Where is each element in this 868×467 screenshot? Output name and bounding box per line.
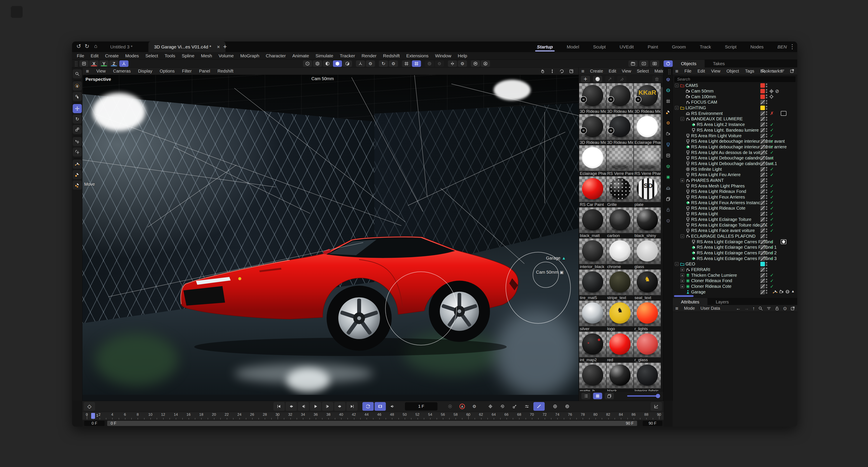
trash-button[interactable] xyxy=(652,76,661,82)
document-tab-active[interactable]: 3D Garage Vi...es V01.c4d * × xyxy=(148,41,225,52)
orbit-icon[interactable] xyxy=(559,68,565,75)
layer-swatch[interactable] xyxy=(761,206,765,210)
visibility-dots[interactable] xyxy=(766,229,768,233)
layer-swatch[interactable] xyxy=(761,256,765,261)
viewport-menu-panel[interactable]: Panel xyxy=(199,69,210,74)
enabled-check-icon[interactable]: ✓ xyxy=(769,172,775,177)
layer-swatch[interactable] xyxy=(761,211,765,216)
visibility-dots[interactable] xyxy=(766,268,768,272)
layer-swatch[interactable] xyxy=(761,83,765,88)
visibility-dots[interactable] xyxy=(766,279,768,283)
grid-icon[interactable] xyxy=(402,60,411,67)
object-row[interactable]: RS Area Rim Light Voiture✓ xyxy=(673,133,797,139)
material-item[interactable]: stripe_text xyxy=(607,269,633,300)
expand-icon[interactable]: + xyxy=(681,179,684,182)
expand-icon[interactable]: + xyxy=(681,273,684,277)
visibility-dots[interactable] xyxy=(766,262,768,266)
enabled-check-icon[interactable]: ✓ xyxy=(769,256,775,261)
material-item[interactable]: red xyxy=(607,332,633,362)
object-row[interactable]: -CAMS xyxy=(673,83,797,88)
object-row[interactable]: Garage▲ xyxy=(673,289,797,295)
layout-tab-groom[interactable]: Groom xyxy=(671,44,687,50)
gear-icon[interactable]: ⚙ xyxy=(458,60,467,67)
material-item[interactable]: ≈3D Rideau Michae xyxy=(607,83,633,114)
scale-tool[interactable] xyxy=(73,125,82,134)
tag-thumbnail[interactable] xyxy=(781,111,786,116)
object-row[interactable]: RS Environment✗ xyxy=(673,111,797,116)
enabled-check-icon[interactable]: ✓ xyxy=(769,122,775,127)
rotate-icon[interactable]: ↻ xyxy=(379,60,388,67)
menu-volume[interactable]: Volume xyxy=(219,53,234,58)
layer-swatch[interactable] xyxy=(761,150,765,155)
rotate-tool[interactable]: ↻ xyxy=(73,114,82,124)
collapse-icon[interactable]: - xyxy=(681,117,684,121)
layer-swatch[interactable] xyxy=(761,267,765,272)
menu-edit[interactable]: Edit xyxy=(91,53,98,58)
palette-drag-handle[interactable] xyxy=(668,69,671,75)
material-item[interactable]: carbon xyxy=(607,207,633,238)
play-button[interactable] xyxy=(310,402,321,411)
layout-tab-startup[interactable]: Startup xyxy=(536,44,554,50)
collapse-icon[interactable]: - xyxy=(675,106,679,110)
current-frame-marker[interactable] xyxy=(91,413,95,419)
object-row[interactable]: RS Area Light Eclairage Carres Plafond✓ xyxy=(673,239,797,244)
viewport-menu-filter[interactable]: Filter xyxy=(182,69,192,74)
rec-button[interactable] xyxy=(444,402,456,411)
attr-tab-attributes[interactable]: Attributes xyxy=(673,298,707,306)
material-menu-icon[interactable]: ≡ xyxy=(581,68,584,74)
layer-swatch[interactable] xyxy=(761,189,765,194)
layer-swatch[interactable] xyxy=(761,162,765,166)
rings-icon[interactable] xyxy=(425,60,434,67)
upright-button[interactable]: ↗ xyxy=(605,76,614,82)
panel-palette-icon[interactable] xyxy=(665,152,672,159)
layer-swatch[interactable] xyxy=(761,106,765,110)
attr-menu-mode[interactable]: Mode xyxy=(684,306,695,311)
dolly-icon[interactable] xyxy=(549,68,556,75)
visibility-dots[interactable] xyxy=(766,184,768,188)
layer-swatch[interactable] xyxy=(761,284,765,289)
pen-arc-tag-icon[interactable] xyxy=(773,289,778,295)
layer-swatch[interactable] xyxy=(761,111,765,116)
panel-icon[interactable] xyxy=(80,60,89,67)
disabled-cross-icon[interactable]: ✗ xyxy=(769,111,775,116)
enabled-check-icon[interactable]: ✓ xyxy=(769,284,775,289)
camera-palette-icon[interactable] xyxy=(665,130,672,137)
visibility-dots[interactable] xyxy=(766,195,768,199)
menu-redshift[interactable]: Redshift xyxy=(383,53,400,58)
circ-target-button[interactable] xyxy=(550,402,561,411)
material-item[interactable]: r_lights xyxy=(634,301,661,331)
axis-lock-y[interactable]: Y xyxy=(99,60,108,67)
material-item[interactable]: ISDplate xyxy=(634,176,661,207)
material-item[interactable]: Grille xyxy=(607,176,633,207)
visibility-dots[interactable] xyxy=(766,134,768,138)
menu-character[interactable]: Character xyxy=(266,53,286,58)
enabled-check-icon[interactable]: ✓ xyxy=(769,200,775,205)
material-item[interactable]: chrome xyxy=(607,238,633,269)
search-tool[interactable] xyxy=(73,69,82,79)
object-row[interactable]: Cam 50mm⊘ xyxy=(673,88,797,94)
menu-tools[interactable]: Tools xyxy=(164,53,175,58)
gridview-view-button[interactable] xyxy=(593,393,602,399)
lock-icon[interactable] xyxy=(775,306,779,311)
visibility-dots[interactable] xyxy=(766,251,768,255)
enabled-check-icon[interactable]: ✓ xyxy=(769,144,775,149)
object-row[interactable]: RS Area Light Eclairage Carres Plafond 2… xyxy=(673,250,797,256)
material-menu-edit[interactable]: Edit xyxy=(609,69,616,74)
material-item[interactable]: interior_black xyxy=(579,238,606,269)
layout-tab-script[interactable]: Script xyxy=(724,44,737,50)
object-row[interactable]: RS Area Light Feux Arrieres✓ xyxy=(673,195,797,200)
audio-button[interactable] xyxy=(387,402,398,411)
redo-icon[interactable]: ↻ xyxy=(83,43,91,50)
object-row[interactable]: +FERRARI xyxy=(673,267,797,272)
object-row[interactable]: +PHARES AVANT xyxy=(673,178,797,183)
attr-tab-layers[interactable]: Layers xyxy=(707,298,737,306)
object-row[interactable]: RS Area Light Debouchage calandre avant.… xyxy=(673,161,797,167)
live-select-tool[interactable] xyxy=(73,82,82,91)
material-item[interactable]: int_map2 xyxy=(579,332,606,362)
visibility-dots[interactable] xyxy=(766,145,768,149)
om-tab-takes[interactable]: Takes xyxy=(705,60,733,67)
attr-menu-user-data[interactable]: User Data xyxy=(701,306,720,311)
axis-lock-z[interactable]: Z xyxy=(110,60,119,67)
visibility-dots[interactable] xyxy=(766,94,768,99)
menu-window[interactable]: Window xyxy=(435,53,452,58)
